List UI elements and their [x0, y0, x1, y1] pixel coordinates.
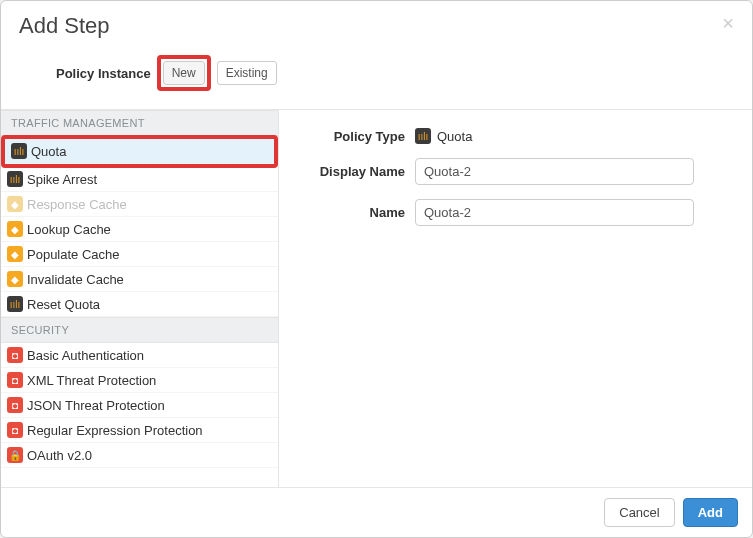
- modal-header: Add Step ×: [1, 1, 752, 47]
- section-header: SECURITY: [1, 317, 278, 343]
- policy-type-row: Policy Type ıılı Quota: [297, 128, 694, 144]
- policy-item-xml-threat-protection[interactable]: ◘XML Threat Protection: [1, 368, 278, 393]
- policy-item-label: JSON Threat Protection: [27, 398, 165, 413]
- name-field[interactable]: [415, 199, 694, 226]
- policy-item-label: XML Threat Protection: [27, 373, 156, 388]
- policy-item-label: Invalidate Cache: [27, 272, 124, 287]
- red-icon: ◘: [7, 422, 23, 438]
- name-label: Name: [297, 205, 415, 220]
- yellow-dim-icon: ◆: [7, 196, 23, 212]
- policy-instance-label: Policy Instance: [56, 66, 151, 81]
- policy-item-lookup-cache[interactable]: ◆Lookup Cache: [1, 217, 278, 242]
- cancel-button[interactable]: Cancel: [604, 498, 674, 527]
- policy-item-label: Quota: [31, 144, 66, 159]
- red-icon: ◘: [7, 372, 23, 388]
- red-icon: ◘: [7, 347, 23, 363]
- policy-item-populate-cache[interactable]: ◆Populate Cache: [1, 242, 278, 267]
- add-step-modal: Add Step × Policy Instance New Existing …: [0, 0, 753, 538]
- toggle-new-button[interactable]: New: [163, 61, 205, 85]
- modal-footer: Cancel Add: [1, 487, 752, 537]
- dark-icon: ıılı: [7, 296, 23, 312]
- section-header: TRAFFIC MANAGEMENT: [1, 110, 278, 136]
- policy-instance-row: Policy Instance New Existing: [1, 47, 752, 110]
- policy-item-invalidate-cache[interactable]: ◆Invalidate Cache: [1, 267, 278, 292]
- policy-sidebar[interactable]: TRAFFIC MANAGEMENTıılıQuotaıılıSpike Arr…: [1, 110, 279, 487]
- display-name-field[interactable]: [415, 158, 694, 185]
- policy-item-quota[interactable]: ıılıQuota: [5, 139, 274, 164]
- toggle-existing-button[interactable]: Existing: [217, 61, 277, 85]
- policy-item-label: Regular Expression Protection: [27, 423, 203, 438]
- quota-icon: ıılı: [415, 128, 431, 144]
- policy-item-reset-quota[interactable]: ıılıReset Quota: [1, 292, 278, 317]
- policy-item-label: OAuth v2.0: [27, 448, 92, 463]
- policy-type-text: Quota: [437, 129, 472, 144]
- policy-item-label: Populate Cache: [27, 247, 120, 262]
- policy-item-basic-authentication[interactable]: ◘Basic Authentication: [1, 343, 278, 368]
- red-lock-icon: 🔒: [7, 447, 23, 463]
- add-button[interactable]: Add: [683, 498, 738, 527]
- red-icon: ◘: [7, 397, 23, 413]
- policy-item-regular-expression-protection[interactable]: ◘Regular Expression Protection: [1, 418, 278, 443]
- yellow-icon: ◆: [7, 246, 23, 262]
- policy-item-label: Response Cache: [27, 197, 127, 212]
- highlight-new-toggle: New: [157, 55, 211, 91]
- policy-item-oauth-v2-0[interactable]: 🔒OAuth v2.0: [1, 443, 278, 468]
- dark-icon: ıılı: [11, 143, 27, 159]
- dark-icon: ıılı: [7, 171, 23, 187]
- policy-item-label: Reset Quota: [27, 297, 100, 312]
- highlight-policy-item: ıılıQuota: [1, 135, 278, 168]
- policy-item-spike-arrest[interactable]: ıılıSpike Arrest: [1, 167, 278, 192]
- policy-type-value: ıılı Quota: [415, 128, 472, 144]
- name-row: Name: [297, 199, 694, 226]
- policy-item-response-cache: ◆Response Cache: [1, 192, 278, 217]
- form-area: Policy Type ıılı Quota Display Name Name: [279, 110, 752, 487]
- policy-item-label: Spike Arrest: [27, 172, 97, 187]
- policy-type-label: Policy Type: [297, 129, 415, 144]
- policy-item-json-threat-protection[interactable]: ◘JSON Threat Protection: [1, 393, 278, 418]
- main-area: TRAFFIC MANAGEMENTıılıQuotaıılıSpike Arr…: [1, 110, 752, 487]
- policy-item-label: Basic Authentication: [27, 348, 144, 363]
- yellow-icon: ◆: [7, 271, 23, 287]
- yellow-icon: ◆: [7, 221, 23, 237]
- modal-title: Add Step: [19, 13, 110, 39]
- close-icon[interactable]: ×: [722, 13, 734, 33]
- policy-item-label: Lookup Cache: [27, 222, 111, 237]
- display-name-label: Display Name: [297, 164, 415, 179]
- display-name-row: Display Name: [297, 158, 694, 185]
